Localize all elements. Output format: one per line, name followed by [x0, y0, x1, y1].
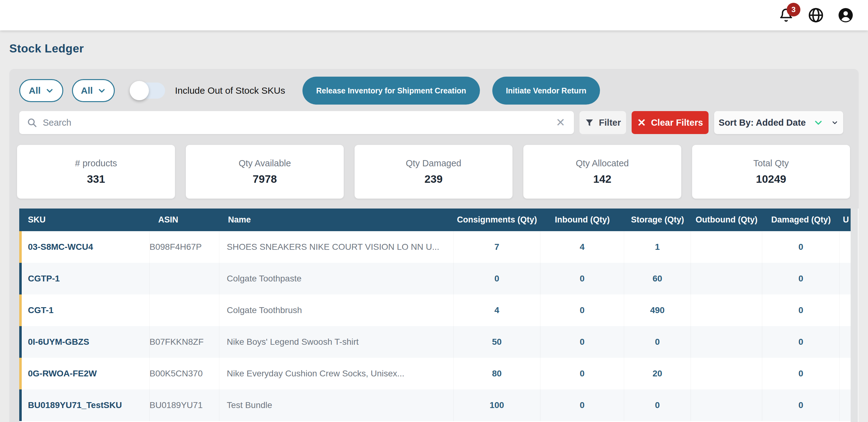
table-row[interactable]: BU0189YU71_TestSKUBU0189YU71Test Bundle1…: [19, 389, 850, 421]
cell-outbound: [691, 389, 762, 421]
filter-dropdown-2[interactable]: All: [72, 79, 115, 102]
cell-damaged: 0: [762, 358, 840, 389]
cell-asin: B00K5CN370: [150, 358, 219, 389]
cell-outbound: [691, 295, 762, 326]
stats-row: # products331Qty Available7978Qty Damage…: [9, 145, 859, 199]
search-row: ✕ Filter ✕ Clear Filters Sort By: Added …: [9, 111, 859, 134]
cell-damaged: 0: [762, 295, 840, 326]
cell-storage: 1: [624, 231, 691, 263]
globe-icon: [808, 7, 824, 23]
search-icon: [27, 117, 37, 128]
stat-card-0: # products331: [17, 145, 175, 199]
column-header: Inbound (Qty): [540, 209, 624, 231]
filter-button[interactable]: Filter: [580, 111, 626, 134]
filter-dropdown-1[interactable]: All: [19, 79, 63, 102]
clear-filters-button[interactable]: ✕ Clear Filters: [631, 111, 709, 134]
stat-card-4: Total Qty10249: [692, 145, 850, 199]
table-row[interactable]: 0G-RWOA-FE2WB00K5CN370Nike Everyday Cush…: [19, 358, 850, 389]
column-header: Storage (Qty): [624, 209, 691, 231]
filter-button-label: Filter: [599, 118, 621, 128]
table-row[interactable]: 0I-6UYM-GBZSB07FKKN8ZFNike Boys' Legend …: [19, 326, 850, 358]
cell-asin: B098F4H67P: [150, 231, 219, 263]
cell-sku[interactable]: 0I-6UYM-GBZS: [19, 326, 150, 358]
stat-value: 10249: [756, 173, 786, 185]
cell-asin: B07FKKN8ZF: [150, 326, 219, 358]
clear-filters-label: Clear Filters: [651, 118, 703, 128]
cell-outbound: [691, 326, 762, 358]
clear-search-icon[interactable]: ✕: [555, 117, 566, 128]
cell-asin: [150, 263, 219, 295]
stat-label: Qty Available: [239, 158, 291, 169]
cell-storage: 20: [624, 358, 691, 389]
cell-inbound: 0: [540, 326, 624, 358]
cell-storage: 490: [624, 295, 691, 326]
initiate-vendor-return-button[interactable]: Initiate Vendor Return: [492, 77, 600, 104]
stat-value: 331: [87, 173, 105, 185]
include-out-of-stock-toggle[interactable]: [130, 83, 165, 99]
release-inventory-button[interactable]: Release Inventory for Shipment Creation: [303, 77, 479, 104]
cell-u: [840, 263, 850, 295]
stat-value: 7978: [253, 173, 277, 185]
vertical-scrollbar[interactable]: [850, 209, 859, 422]
cell-u: [840, 358, 850, 389]
cell-name: Colgate Toothbrush: [219, 295, 454, 326]
table-body: 03-S8MC-WCU4B098F4H67PSHOES SNEAKERS NIK…: [19, 231, 850, 421]
sort-by-label: Sort By: Added Date: [719, 118, 806, 128]
cell-asin: BU0189YU71: [150, 389, 219, 421]
table-row[interactable]: CGTP-1Colgate Toothpaste00600: [19, 263, 850, 295]
column-header: Consignments (Qty): [454, 209, 540, 231]
cell-asin: [150, 295, 219, 326]
row-accent-bar: [19, 389, 22, 421]
search-input[interactable]: [43, 118, 549, 128]
language-button[interactable]: [808, 7, 824, 23]
cell-damaged: 0: [762, 389, 840, 421]
stat-card-1: Qty Available7978: [186, 145, 344, 199]
chevron-down-icon: [98, 87, 106, 95]
include-out-of-stock-label: Include Out of Stock SKUs: [175, 85, 285, 96]
row-accent-bar: [19, 263, 22, 295]
cell-consignments: 0: [454, 263, 540, 295]
account-button[interactable]: [838, 7, 854, 23]
cell-storage: 0: [624, 326, 691, 358]
column-header: U: [840, 209, 850, 231]
stat-value: 142: [593, 173, 611, 185]
cell-sku[interactable]: BU0189YU71_TestSKU: [19, 389, 150, 421]
cell-sku[interactable]: 03-S8MC-WCU4: [19, 231, 150, 263]
column-header: Outbound (Qty): [691, 209, 762, 231]
cell-sku[interactable]: CGT-1: [19, 295, 150, 326]
search-box: ✕: [19, 111, 574, 134]
cell-outbound: [691, 231, 762, 263]
chevron-down-icon: [814, 118, 823, 127]
cell-damaged: 0: [762, 231, 840, 263]
cell-inbound: 0: [540, 295, 624, 326]
filter-dropdown-1-value: All: [29, 85, 41, 96]
cell-sku[interactable]: 0G-RWOA-FE2W: [19, 358, 150, 389]
funnel-icon: [585, 118, 594, 127]
sort-by-dropdown[interactable]: Sort By: Added Date: [714, 111, 843, 134]
column-header: Damaged (Qty): [762, 209, 840, 231]
cell-damaged: 0: [762, 326, 840, 358]
cell-u: [840, 326, 850, 358]
top-bar: 3: [0, 0, 868, 30]
cell-storage: 60: [624, 263, 691, 295]
user-avatar-icon: [838, 7, 854, 23]
chevron-down-icon: [45, 87, 54, 95]
cell-inbound: 4: [540, 231, 624, 263]
notifications-button[interactable]: 3: [778, 7, 794, 23]
stat-label: # products: [75, 158, 117, 169]
stat-value: 239: [424, 173, 442, 185]
notification-count-badge: 3: [787, 3, 800, 17]
cell-name: Colgate Toothpaste: [219, 263, 454, 295]
table-header-row: SKUASINNameConsignments (Qty)Inbound (Qt…: [19, 209, 850, 231]
column-header: ASIN: [150, 209, 219, 231]
column-header: Name: [219, 209, 454, 231]
cell-outbound: [691, 263, 762, 295]
chevron-down-icon: [831, 119, 839, 126]
x-icon: ✕: [637, 116, 646, 129]
cell-sku[interactable]: CGTP-1: [19, 263, 150, 295]
cell-name: Nike Boys' Legend Swoosh T-shirt: [219, 326, 454, 358]
stock-ledger-panel: All All Include Out of Stock SKUs Releas…: [9, 69, 859, 422]
cell-inbound: 0: [540, 358, 624, 389]
table-row[interactable]: 03-S8MC-WCU4B098F4H67PSHOES SNEAKERS NIK…: [19, 231, 850, 263]
table-row[interactable]: CGT-1Colgate Toothbrush404900: [19, 295, 850, 326]
